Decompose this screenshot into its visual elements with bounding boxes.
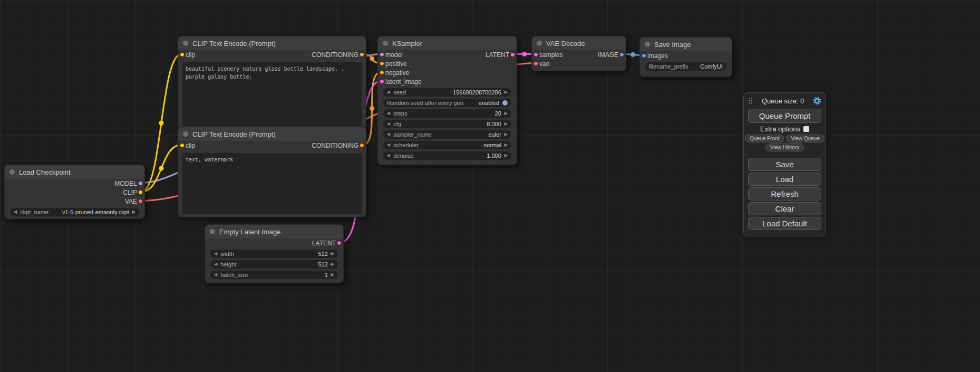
node-graph-canvas[interactable]: { "icons": { "arrow_left": "◀", "arrow_r…: [0, 0, 980, 372]
widget-label: seed: [393, 89, 406, 96]
widget-value: 156680208700286: [453, 89, 501, 96]
widget-label: cfg: [393, 121, 401, 127]
history-button-row: View History: [744, 144, 826, 151]
positive-input-slot[interactable]: [380, 61, 384, 66]
vae-input-slot[interactable]: [533, 61, 538, 66]
conditioning-output-slot[interactable]: [360, 143, 364, 148]
cfg-widget[interactable]: ◀ cfg 8.000 ▶: [383, 120, 511, 128]
increment-arrow-icon[interactable]: ▶: [504, 122, 508, 126]
samples-input-slot[interactable]: [533, 52, 538, 57]
collapse-dot-icon[interactable]: [183, 41, 188, 46]
collapse-dot-icon[interactable]: [537, 41, 542, 46]
seed-widget[interactable]: ◀ seed 156680208700286 ▶: [383, 88, 511, 97]
queue-prompt-button[interactable]: Queue Prompt: [748, 109, 821, 123]
wire-positive-midpoint: [370, 56, 374, 61]
collapse-dot-icon[interactable]: [9, 169, 15, 175]
node-titlebar[interactable]: CLIP Text Encode (Prompt): [178, 127, 366, 141]
sampler-name-widget[interactable]: ◀ sampler_name euler ▶: [383, 130, 511, 139]
increment-arrow-icon[interactable]: ▶: [331, 252, 334, 256]
decrement-arrow-icon[interactable]: ◀: [387, 90, 390, 94]
collapse-dot-icon[interactable]: [645, 42, 650, 47]
view-history-button[interactable]: View History: [765, 144, 804, 151]
node-title: Load Checkpoint: [19, 168, 71, 176]
node-titlebar[interactable]: KSampler: [378, 36, 517, 50]
save-button[interactable]: Save: [748, 158, 821, 171]
model-output-slot[interactable]: [138, 181, 143, 186]
decrement-arrow-icon[interactable]: ◀: [214, 252, 217, 256]
increment-arrow-icon[interactable]: ▶: [331, 273, 334, 277]
widget-value: 1: [325, 272, 328, 278]
decrement-arrow-icon[interactable]: ◀: [14, 210, 17, 214]
increment-arrow-icon[interactable]: ▶: [331, 262, 334, 266]
increment-arrow-icon[interactable]: ▶: [132, 210, 135, 214]
latent-image-input-slot[interactable]: [380, 79, 384, 84]
decrement-arrow-icon[interactable]: ◀: [387, 111, 390, 116]
load-default-button[interactable]: Load Default: [748, 217, 821, 230]
settings-gear-icon[interactable]: [813, 97, 821, 105]
decrement-arrow-icon[interactable]: ◀: [214, 262, 217, 266]
node-load-checkpoint: Load Checkpoint MODEL CLIP VAE ◀ ckpt_na…: [4, 165, 145, 219]
collapse-dot-icon[interactable]: [183, 131, 188, 137]
slot-row: LATENT: [205, 239, 343, 247]
output-label: MODEL: [114, 180, 137, 187]
node-titlebar[interactable]: Load Checkpoint: [5, 165, 144, 179]
scheduler-widget[interactable]: ◀ scheduler normal ▶: [383, 141, 511, 149]
positive-prompt-textarea[interactable]: beautiful scenery nature glass bottle la…: [182, 62, 362, 126]
image-output-slot[interactable]: [619, 52, 624, 57]
negative-input-slot[interactable]: [380, 70, 384, 75]
images-input-slot[interactable]: [642, 53, 646, 58]
model-input-slot[interactable]: [380, 52, 384, 57]
clip-input-slot[interactable]: [180, 143, 185, 148]
random-seed-toggle-widget[interactable]: Random seed after every gen enabled: [383, 99, 511, 107]
node-titlebar[interactable]: Save Image: [640, 37, 732, 51]
increment-arrow-icon[interactable]: ▶: [504, 90, 508, 94]
decrement-arrow-icon[interactable]: ◀: [387, 143, 390, 147]
drag-handle-icon[interactable]: [748, 97, 753, 104]
wire-image-midpoint: [630, 52, 635, 57]
ckpt-name-widget[interactable]: ◀ ckpt_name v1-5-pruned-emaonly.ckpt ▶: [10, 208, 139, 216]
collapse-dot-icon[interactable]: [210, 229, 215, 234]
node-titlebar[interactable]: Empty Latent Image: [205, 225, 343, 239]
denoise-widget[interactable]: ◀ denoise 1.000 ▶: [383, 151, 511, 160]
widget-label: scheduler: [393, 142, 419, 148]
slot-row: images: [640, 51, 732, 60]
filename-prefix-widget[interactable]: filename_prefix ComfyUI: [645, 62, 726, 71]
input-label: clip: [186, 142, 195, 149]
batch-size-widget[interactable]: ◀ batch_size 1 ▶: [210, 271, 338, 279]
node-titlebar[interactable]: CLIP Text Encode (Prompt): [178, 36, 366, 50]
increment-arrow-icon[interactable]: ▶: [504, 154, 508, 158]
widget-value: euler: [488, 131, 501, 138]
vae-output-slot[interactable]: [138, 199, 143, 204]
extra-options-checkbox[interactable]: [803, 126, 809, 132]
increment-arrow-icon[interactable]: ▶: [504, 143, 508, 147]
widget-value: 512: [318, 251, 327, 257]
clip-input-slot[interactable]: [180, 52, 185, 57]
conditioning-output-slot[interactable]: [360, 52, 364, 57]
toggle-dot-icon[interactable]: [502, 100, 508, 106]
queue-front-button[interactable]: Queue Front: [745, 135, 784, 142]
refresh-button[interactable]: Refresh: [748, 187, 821, 201]
decrement-arrow-icon[interactable]: ◀: [387, 154, 390, 158]
view-queue-button[interactable]: View Queue: [786, 135, 824, 142]
width-widget[interactable]: ◀ width 512 ▶: [210, 250, 338, 258]
latent-output-slot[interactable]: [510, 52, 515, 57]
widget-value: normal: [483, 142, 501, 148]
wire-clip-top-midpoint: [159, 121, 164, 126]
increment-arrow-icon[interactable]: ▶: [504, 132, 508, 137]
collapse-dot-icon[interactable]: [383, 41, 388, 46]
node-titlebar[interactable]: VAE Decode: [532, 36, 626, 50]
latent-output-slot[interactable]: [337, 241, 342, 245]
decrement-arrow-icon[interactable]: ◀: [387, 122, 390, 126]
load-button[interactable]: Load: [748, 173, 821, 186]
clear-button[interactable]: Clear: [748, 202, 821, 215]
increment-arrow-icon[interactable]: ▶: [504, 111, 508, 116]
height-widget[interactable]: ◀ height 512 ▶: [210, 260, 338, 269]
menu-header: Queue size: 0: [744, 96, 826, 107]
decrement-arrow-icon[interactable]: ◀: [387, 132, 390, 137]
node-save-image: Save Image images filename_prefix ComfyU…: [639, 37, 732, 77]
negative-prompt-textarea[interactable]: text, watermark: [182, 153, 362, 214]
decrement-arrow-icon[interactable]: ◀: [214, 273, 217, 277]
clip-output-slot[interactable]: [138, 190, 143, 195]
steps-widget[interactable]: ◀ steps 20 ▶: [383, 109, 511, 118]
widget-label: ckpt_name: [20, 209, 48, 215]
